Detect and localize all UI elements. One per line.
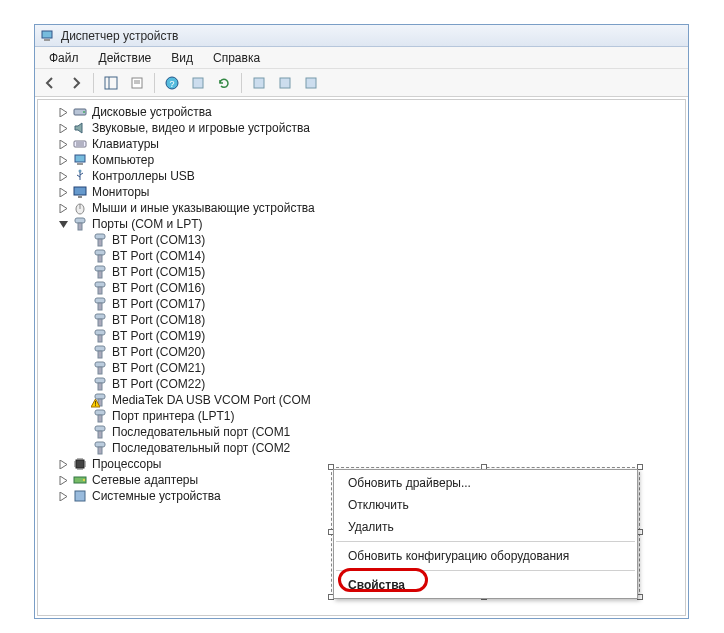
port-icon	[92, 232, 108, 248]
cpu-icon	[72, 456, 88, 472]
menu-file[interactable]: Файл	[39, 49, 89, 67]
expand-icon[interactable]	[56, 473, 70, 487]
port-icon	[92, 296, 108, 312]
tree-item-lpt1[interactable]: Порт принтера (LPT1)	[78, 408, 685, 424]
tree-item-com2[interactable]: Последовательный порт (COM2	[78, 440, 685, 456]
expand-icon[interactable]	[56, 185, 70, 199]
ports-children: BT Port (COM13) BT Port (COM14) BT Port …	[56, 232, 685, 456]
toolbar-help-button[interactable]	[161, 72, 183, 94]
port-icon	[92, 440, 108, 456]
port-icon	[92, 280, 108, 296]
tree-item-bt20[interactable]: BT Port (COM20)	[78, 344, 685, 360]
expand-icon[interactable]	[56, 457, 70, 471]
tree-item-bt13[interactable]: BT Port (COM13)	[78, 232, 685, 248]
tree-label: Системные устройства	[92, 488, 221, 504]
tree-item-bt18[interactable]: BT Port (COM18)	[78, 312, 685, 328]
tree-category-keyboard[interactable]: Клавиатуры	[56, 136, 685, 152]
tree-item-bt15[interactable]: BT Port (COM15)	[78, 264, 685, 280]
port-icon	[92, 424, 108, 440]
port-icon	[92, 264, 108, 280]
ctx-scan-hardware[interactable]: Обновить конфигурацию оборудования	[334, 545, 637, 567]
system-icon	[72, 488, 88, 504]
toolbar	[35, 69, 688, 97]
port-icon	[92, 248, 108, 264]
usb-icon	[72, 168, 88, 184]
ctx-properties[interactable]: Свойства	[334, 574, 637, 596]
tree-label: BT Port (COM15)	[112, 264, 205, 280]
tree-category-disk[interactable]: Дисковые устройства	[56, 104, 685, 120]
tree-label: Порты (COM и LPT)	[92, 216, 203, 232]
toolbar-disable-button[interactable]	[300, 72, 322, 94]
tree-item-bt22[interactable]: BT Port (COM22)	[78, 376, 685, 392]
port-icon	[92, 376, 108, 392]
toolbar-update-driver-button[interactable]	[248, 72, 270, 94]
tree-item-mediatek-vcom[interactable]: MediaTek DA USB VCOM Port (COM	[78, 392, 685, 408]
toolbar-uninstall-button[interactable]	[274, 72, 296, 94]
expand-icon[interactable]	[56, 121, 70, 135]
menubar: Файл Действие Вид Справка	[35, 47, 688, 69]
port-icon	[92, 312, 108, 328]
tree-label: BT Port (COM18)	[112, 312, 205, 328]
menu-action[interactable]: Действие	[89, 49, 162, 67]
tree-category-mouse[interactable]: Мыши и иные указывающие устройства	[56, 200, 685, 216]
port-icon	[92, 360, 108, 376]
ctx-uninstall[interactable]: Удалить	[334, 516, 637, 538]
ctx-disable[interactable]: Отключить	[334, 494, 637, 516]
warning-icon	[91, 399, 100, 408]
tree-label: BT Port (COM22)	[112, 376, 205, 392]
tree-item-bt21[interactable]: BT Port (COM21)	[78, 360, 685, 376]
tree-category-computer[interactable]: Компьютер	[56, 152, 685, 168]
tree-category-ports[interactable]: Порты (COM и LPT)	[56, 216, 685, 232]
toolbar-separator	[154, 73, 155, 93]
device-tree[interactable]: Дисковые устройства Звуковые, видео и иг…	[38, 104, 685, 504]
port-icon	[92, 408, 108, 424]
tree-label: BT Port (COM21)	[112, 360, 205, 376]
toolbar-show-hide-tree-button[interactable]	[100, 72, 122, 94]
tree-label: BT Port (COM14)	[112, 248, 205, 264]
ctx-separator	[336, 570, 635, 571]
tree-label: BT Port (COM17)	[112, 296, 205, 312]
tree-label: BT Port (COM19)	[112, 328, 205, 344]
tree-label: Последовательный порт (COM1	[112, 424, 290, 440]
tree-category-monitor[interactable]: Мониторы	[56, 184, 685, 200]
toolbar-action-button[interactable]	[187, 72, 209, 94]
toolbar-scan-hardware-button[interactable]	[213, 72, 235, 94]
expand-icon[interactable]	[56, 201, 70, 215]
tree-label: Процессоры	[92, 456, 162, 472]
port-icon	[92, 344, 108, 360]
ctx-update-drivers[interactable]: Обновить драйверы...	[334, 472, 637, 494]
tree-item-bt14[interactable]: BT Port (COM14)	[78, 248, 685, 264]
collapse-icon[interactable]	[56, 217, 70, 231]
disk-icon	[72, 104, 88, 120]
tree-label: BT Port (COM13)	[112, 232, 205, 248]
toolbar-separator	[241, 73, 242, 93]
toolbar-back-button[interactable]	[39, 72, 61, 94]
menu-view[interactable]: Вид	[161, 49, 203, 67]
toolbar-forward-button[interactable]	[65, 72, 87, 94]
titlebar[interactable]: Диспетчер устройств	[35, 25, 688, 47]
tree-item-bt19[interactable]: BT Port (COM19)	[78, 328, 685, 344]
toolbar-properties-button[interactable]	[126, 72, 148, 94]
tree-category-usb[interactable]: Контроллеры USB	[56, 168, 685, 184]
tree-label: BT Port (COM20)	[112, 344, 205, 360]
toolbar-separator	[93, 73, 94, 93]
tree-item-com1[interactable]: Последовательный порт (COM1	[78, 424, 685, 440]
tree-label: MediaTek DA USB VCOM Port (COM	[112, 392, 311, 408]
tree-label: Контроллеры USB	[92, 168, 195, 184]
expand-icon[interactable]	[56, 153, 70, 167]
app-icon	[39, 28, 55, 44]
port-icon	[72, 216, 88, 232]
tree-label: Клавиатуры	[92, 136, 159, 152]
computer-icon	[72, 152, 88, 168]
tree-item-bt16[interactable]: BT Port (COM16)	[78, 280, 685, 296]
tree-category-audio[interactable]: Звуковые, видео и игровые устройства	[56, 120, 685, 136]
expand-icon[interactable]	[56, 169, 70, 183]
tree-label: Последовательный порт (COM2	[112, 440, 290, 456]
expand-icon[interactable]	[56, 137, 70, 151]
expand-icon[interactable]	[56, 489, 70, 503]
tree-item-bt17[interactable]: BT Port (COM17)	[78, 296, 685, 312]
context-menu: Обновить драйверы... Отключить Удалить О…	[333, 469, 638, 599]
menu-help[interactable]: Справка	[203, 49, 270, 67]
expand-icon[interactable]	[56, 105, 70, 119]
audio-icon	[72, 120, 88, 136]
